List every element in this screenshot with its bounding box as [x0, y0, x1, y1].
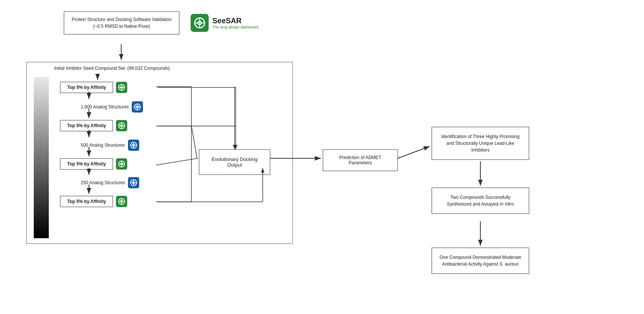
- admet-label: Prediction of ADMET Parameters: [339, 155, 381, 165]
- analog-row-3: 250 Analog Structures: [81, 177, 139, 188]
- affinity-row-2: Top 5% by Affinity: [60, 120, 127, 131]
- affinity-row-3: Top 5% by Affinity: [60, 158, 127, 170]
- seesaw-green-icon-2: [116, 120, 127, 131]
- validation-line2: (~0.5 RMSD to Native Pose): [72, 23, 172, 30]
- svg-line-63: [398, 146, 430, 158]
- validation-box: Protein Structure and Docking Software V…: [64, 11, 179, 35]
- affinity-box-2: Top 5% by Affinity: [60, 120, 113, 131]
- admet-box: Prediction of ADMET Parameters: [323, 149, 398, 171]
- antibact-label-italic: S. aureus: [500, 261, 519, 267]
- affinity-row-4: Top 5% by Affinity: [60, 196, 127, 207]
- seesaw-blue-icon-2: [128, 140, 139, 151]
- seesaw-tagline: The drug design dashboard: [212, 25, 258, 29]
- seesaw-icon: [191, 14, 209, 32]
- analog-text-2: 500 Analog Structures: [81, 143, 125, 148]
- seesaw-green-icon-4: [116, 196, 127, 207]
- seesaw-name: SeeSAR: [212, 17, 258, 25]
- seesaw-green-icon-1: [116, 82, 127, 93]
- affinity-row-1: Top 5% by Affinity: [60, 82, 127, 93]
- evo-box: Evolutionary Docking Output: [199, 149, 270, 175]
- affinity-box-3: Top 5% by Affinity: [60, 158, 113, 170]
- analog-row-1: 1,000 Analog Structures: [81, 101, 143, 113]
- antibact-box: One Compound Demonstrated Moderate Antib…: [432, 248, 529, 274]
- main-container: Protein Structure and Docking Software V…: [0, 0, 644, 314]
- lead-box: Identification of Three Highly Promising…: [432, 127, 529, 160]
- affinity-box-4: Top 5% by Affinity: [60, 196, 113, 207]
- outer-box-label: Initial Inhibitor Seed Compound Set: (98…: [37, 66, 187, 71]
- seesaw-green-icon-3: [116, 158, 127, 170]
- validation-line1: Protein Structure and Docking Software V…: [72, 16, 172, 23]
- top-section: Protein Structure and Docking Software V…: [64, 11, 258, 35]
- evo-box-label: Evolutionary Docking Output: [212, 156, 257, 168]
- gradient-bar: [34, 77, 49, 238]
- seesaw-blue-icon-3: [128, 177, 139, 188]
- seesaw-text: SeeSAR The drug design dashboard: [212, 17, 258, 29]
- affinity-box-1: Top 5% by Affinity: [60, 82, 113, 93]
- analog-row-2: 500 Analog Structures: [81, 140, 139, 151]
- synth-box: Two Compounds Successfully Synthesized a…: [432, 188, 529, 214]
- seesaw-blue-icon-1: [132, 101, 143, 113]
- analog-text-3: 250 Analog Structures: [81, 180, 125, 185]
- seesaw-logo: SeeSAR The drug design dashboard: [191, 14, 258, 32]
- analog-text-1: 1,000 Analog Structures: [81, 104, 129, 110]
- lead-label: Identification of Three Highly Promising…: [441, 134, 520, 153]
- synth-label-italic: In Vitro: [500, 201, 514, 207]
